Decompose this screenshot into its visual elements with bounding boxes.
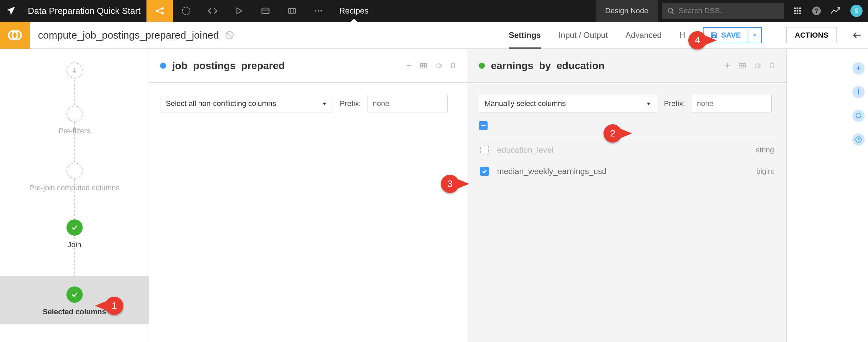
tab-advanced[interactable]: Advanced: [626, 22, 662, 49]
column-checkbox[interactable]: [480, 146, 489, 154]
user-avatar[interactable]: S: [850, 5, 863, 17]
svg-point-16: [794, 13, 796, 14]
callout-1: 1: [105, 297, 123, 315]
step-selected-columns[interactable]: Selected columns: [0, 276, 149, 324]
svg-point-6: [315, 10, 317, 12]
step-start[interactable]: [0, 62, 149, 79]
steps-sidebar: Pre-filters Pre-join computed columns Jo…: [0, 49, 149, 342]
nav-dashboard-icon[interactable]: [252, 0, 279, 22]
arrow-down-icon: [71, 67, 78, 74]
global-search[interactable]: [662, 3, 784, 19]
table-icon[interactable]: [738, 62, 746, 70]
trash-icon[interactable]: [768, 62, 775, 70]
add-icon[interactable]: [724, 62, 731, 70]
rail-chat-icon[interactable]: [852, 110, 865, 122]
flow-button[interactable]: [146, 0, 173, 22]
step-prejoin[interactable]: Pre-join computed columns: [0, 163, 149, 192]
apps-icon[interactable]: [788, 0, 807, 22]
svg-point-18: [799, 13, 801, 14]
select-all-indeterminate[interactable]: [479, 121, 488, 130]
callout-4: 4: [688, 31, 707, 49]
gear-icon[interactable]: [434, 62, 442, 70]
column-select-mode-right[interactable]: Manually select columns: [479, 95, 657, 112]
svg-point-3: [182, 7, 190, 15]
column-checkbox[interactable]: [480, 167, 489, 176]
nav-code-icon[interactable]: [199, 0, 226, 22]
svg-point-1: [161, 7, 164, 10]
trash-icon[interactable]: [449, 62, 457, 70]
activity-icon[interactable]: [826, 0, 845, 22]
search-input[interactable]: [679, 6, 778, 15]
back-arrow-icon[interactable]: [846, 30, 868, 40]
prefix-input-left[interactable]: [368, 95, 448, 112]
svg-point-2: [161, 12, 164, 15]
prefix-label: Prefix:: [664, 99, 685, 108]
step-prefilters[interactable]: Pre-filters: [0, 106, 149, 135]
search-icon: [667, 7, 675, 15]
nav-more-icon[interactable]: [305, 0, 332, 22]
column-select-mode-left[interactable]: Select all non-conflicting columns: [160, 95, 333, 112]
step-prejoin-label: Pre-join computed columns: [29, 184, 120, 192]
add-icon[interactable]: [405, 62, 413, 70]
dataset-dot-icon: [479, 63, 485, 69]
svg-point-9: [668, 8, 673, 13]
rail-history-icon[interactable]: [852, 133, 865, 146]
check-icon: [481, 168, 488, 174]
column-name: median_weekly_earnings_usd: [497, 167, 756, 176]
svg-point-11: [796, 7, 798, 9]
dataset-name-right: earnings_by_education: [491, 60, 724, 71]
svg-point-12: [799, 7, 801, 9]
app-logo[interactable]: [0, 0, 22, 22]
save-label: SAVE: [721, 31, 741, 40]
nav-play-icon[interactable]: [226, 0, 252, 22]
dataset-name-left: job_postings_prepared: [172, 60, 405, 71]
svg-point-8: [320, 10, 322, 12]
select-mode-label: Select all non-conflicting columns: [166, 99, 276, 108]
gear-icon[interactable]: [753, 62, 761, 70]
prefix-label: Prefix:: [340, 99, 361, 108]
svg-point-14: [796, 10, 798, 12]
svg-point-7: [318, 10, 319, 12]
callout-3: 3: [441, 175, 459, 193]
design-node-label: Design Node: [596, 0, 658, 22]
save-dropdown[interactable]: [748, 28, 761, 43]
select-mode-label: Manually select columns: [485, 99, 566, 108]
step-join[interactable]: Join: [0, 219, 149, 249]
nav-macro-icon[interactable]: [279, 0, 305, 22]
help-icon[interactable]: ?: [807, 0, 826, 22]
rail-info-icon[interactable]: i: [852, 86, 865, 98]
callout-2: 2: [604, 124, 622, 143]
recipe-header: compute_job_postings_prepared_joined Set…: [0, 22, 868, 49]
svg-point-13: [794, 10, 796, 12]
recipe-type-icon: [0, 22, 30, 49]
dataset-panel-right: earnings_by_education Manually select co…: [468, 49, 787, 342]
column-type: string: [756, 146, 774, 154]
column-row[interactable]: education_level string: [479, 137, 775, 160]
prefix-input-right[interactable]: [692, 95, 772, 112]
tab-history[interactable]: H: [679, 22, 685, 49]
right-rail: + i: [849, 49, 868, 146]
dataset-panel-left: job_postings_prepared Select all non-con…: [149, 49, 468, 342]
dataset-dot-icon: [160, 63, 166, 69]
actions-button[interactable]: ACTIONS: [786, 27, 837, 43]
breadcrumb-recipes[interactable]: Recipes: [332, 0, 376, 22]
svg-rect-4: [262, 8, 269, 14]
table-icon[interactable]: [419, 62, 428, 70]
recipe-name: compute_job_postings_prepared_joined: [30, 29, 219, 41]
step-join-label: Join: [67, 240, 81, 249]
chevron-down-icon: [322, 101, 327, 106]
tab-settings[interactable]: Settings: [509, 22, 541, 49]
project-title[interactable]: Data Preparation Quick Start: [22, 6, 146, 16]
tab-io[interactable]: Input / Output: [558, 22, 608, 49]
column-row[interactable]: median_weekly_earnings_usd bigint: [479, 160, 775, 183]
svg-point-10: [794, 7, 796, 9]
check-icon: [71, 291, 79, 299]
column-type: bigint: [756, 167, 774, 176]
nav-circle-icon[interactable]: [173, 0, 199, 22]
rail-add-icon[interactable]: +: [852, 62, 865, 74]
recipe-status-icon: [225, 31, 234, 40]
svg-rect-5: [289, 8, 296, 13]
check-icon: [71, 223, 79, 232]
column-name: education_level: [497, 145, 756, 155]
svg-point-17: [796, 13, 798, 14]
